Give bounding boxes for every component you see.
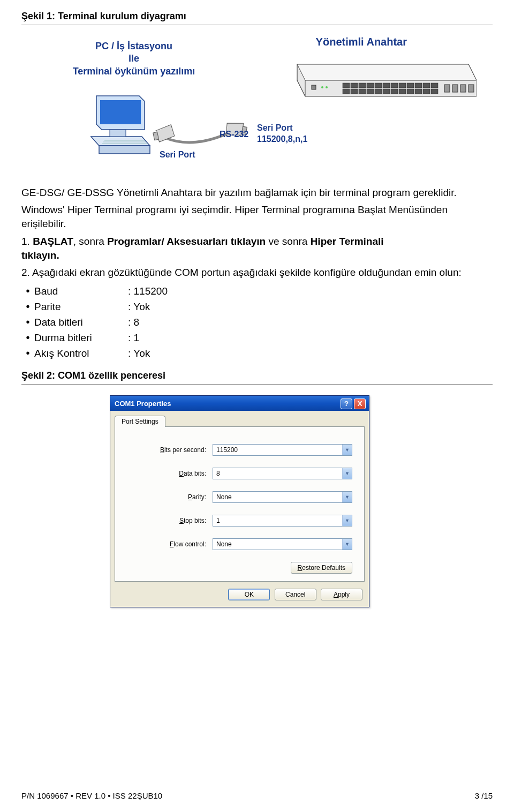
footer-page-number: 3 /15 — [475, 791, 493, 800]
step1-m1: , sonra — [73, 236, 107, 247]
svg-rect-33 — [468, 85, 474, 92]
flow-control-label: Flow control: — [127, 540, 213, 548]
page-footer: P/N 1069667 • REV 1.0 • ISS 22ŞUB10 3 /1… — [21, 791, 493, 800]
bullet-value: : 1 — [128, 332, 139, 344]
flow-control-row: Flow control: None ▼ — [127, 538, 352, 550]
combo-value: None — [213, 540, 342, 548]
bullet-label: Akış Kontrol — [34, 348, 128, 359]
svg-rect-19 — [351, 89, 358, 94]
combo-value: 1 — [213, 517, 342, 524]
bullet-value: : 8 — [128, 317, 139, 328]
svg-rect-14 — [407, 83, 414, 88]
svg-rect-12 — [391, 83, 398, 88]
svg-rect-17 — [431, 83, 438, 88]
dialog-titlebar: COM1 Properties ? X — [110, 396, 369, 411]
svg-marker-37 — [99, 146, 150, 154]
svg-rect-9 — [367, 83, 374, 88]
pc-label-line1: PC / İş İstasyonu — [72, 40, 195, 52]
svg-rect-11 — [383, 83, 390, 88]
chevron-down-icon: ▼ — [342, 539, 352, 550]
figure1-title: Şekil 1: Terminal kurulum diyagramı — [21, 11, 493, 25]
svg-rect-15 — [415, 83, 422, 88]
svg-marker-1 — [297, 64, 477, 80]
bullet-value: : Yok — [128, 301, 150, 313]
bullet-row: •Durma bitleri: 1 — [21, 332, 493, 344]
bullet-label: Parite — [34, 301, 128, 313]
chevron-down-icon: ▼ — [342, 492, 352, 502]
port-settings-panel: Bits per second: 115200 ▼ Data bits: 8 ▼… — [115, 426, 365, 582]
svg-marker-35 — [100, 100, 141, 124]
bullet-row: •Data bitleri: 8 — [21, 316, 493, 328]
bullet-value: : Yok — [128, 348, 150, 359]
svg-rect-24 — [391, 89, 398, 94]
serial-port-right-l2: 115200,8,n,1 — [257, 134, 307, 145]
switch-icon — [289, 56, 477, 102]
bits-per-second-row: Bits per second: 115200 ▼ — [127, 444, 352, 456]
step-2: 2. Aşağıdaki ekran gözüktüğünde COM port… — [21, 266, 493, 280]
close-button[interactable]: X — [354, 399, 366, 409]
svg-rect-3 — [312, 85, 316, 89]
terminal-setup-diagram: PC / İş İstasyonu ile Terminal öykünüm y… — [21, 36, 493, 175]
cancel-button[interactable]: Cancel — [275, 589, 316, 600]
pc-label-line2: ile — [72, 52, 195, 65]
svg-rect-10 — [375, 83, 382, 88]
footer-left: P/N 1069667 • REV 1.0 • ISS 22ŞUB10 — [21, 791, 162, 800]
svg-rect-13 — [399, 83, 406, 88]
tab-strip: Port Settings — [110, 411, 369, 426]
apply-button[interactable]: Apply — [321, 589, 362, 600]
serial-port-right-l1: Seri Port — [257, 123, 307, 134]
bullet-value: : 115200 — [128, 285, 168, 297]
ok-button[interactable]: OK — [228, 589, 270, 600]
combo-value: 8 — [213, 470, 342, 477]
svg-rect-7 — [351, 83, 358, 88]
pc-label-line3: Terminal öykünüm yazılımı — [72, 65, 195, 78]
svg-marker-36 — [91, 137, 150, 146]
stop-bits-row: Stop bits: 1 ▼ — [127, 515, 352, 527]
parity-row: Parity: None ▼ — [127, 491, 352, 503]
svg-rect-16 — [423, 83, 430, 88]
step-1: 1. BAŞLAT, sonra Programlar/ Aksesuarlar… — [21, 235, 493, 262]
svg-point-4 — [321, 86, 323, 88]
svg-rect-30 — [444, 85, 450, 92]
svg-rect-6 — [343, 83, 350, 88]
step1-end: tıklayın. — [21, 250, 59, 261]
svg-rect-18 — [343, 89, 350, 94]
config-bullets: •Baud: 115200 •Parite: Yok •Data bitleri… — [21, 285, 493, 359]
serial-port-left-label: Seri Port — [160, 150, 195, 160]
flow-control-combo[interactable]: None ▼ — [213, 538, 352, 550]
svg-rect-25 — [399, 89, 406, 94]
stop-bits-label: Stop bits: — [127, 517, 213, 524]
bullet-row: •Baud: 115200 — [21, 285, 493, 297]
bullet-row: •Akış Kontrol: Yok — [21, 347, 493, 359]
svg-rect-23 — [383, 89, 390, 94]
data-bits-label: Data bits: — [127, 470, 213, 477]
data-bits-combo[interactable]: 8 ▼ — [213, 468, 352, 479]
intro-paragraph-1: GE-DSG/ GE-DSSG Yönetimli Anahtara bir y… — [21, 186, 493, 200]
help-button[interactable]: ? — [341, 399, 352, 409]
pc-station-label: PC / İş İstasyonu ile Terminal öykünüm y… — [72, 40, 195, 78]
svg-rect-31 — [452, 85, 458, 92]
svg-point-5 — [326, 86, 328, 88]
dialog-button-row: OK Cancel Apply — [110, 586, 369, 607]
svg-rect-27 — [415, 89, 422, 94]
restore-defaults-button[interactable]: Restore Defaults — [291, 562, 352, 574]
rs232-label: RS-232 — [220, 130, 248, 139]
bullet-label: Data bitleri — [34, 317, 128, 328]
svg-rect-21 — [367, 89, 374, 94]
com1-properties-dialog: COM1 Properties ? X Port Settings Bits p… — [110, 395, 369, 607]
step1-m2: ve sonra — [266, 236, 310, 247]
stop-bits-combo[interactable]: 1 ▼ — [213, 515, 352, 527]
step1-num: 1. — [21, 236, 33, 247]
managed-switch-label: Yönetimli Anahtar — [316, 36, 407, 48]
svg-rect-28 — [423, 89, 430, 94]
svg-rect-26 — [407, 89, 414, 94]
port-settings-tab[interactable]: Port Settings — [115, 416, 165, 427]
chevron-down-icon: ▼ — [342, 468, 352, 479]
bits-per-second-label: Bits per second: — [127, 446, 213, 454]
bits-per-second-combo[interactable]: 115200 ▼ — [213, 444, 352, 456]
step1-b1: BAŞLAT — [33, 236, 73, 247]
intro-paragraph-2: Windows' Hiper Terminal programı iyi seç… — [21, 203, 493, 231]
chevron-down-icon: ▼ — [342, 445, 352, 455]
svg-rect-22 — [375, 89, 382, 94]
parity-combo[interactable]: None ▼ — [213, 491, 352, 503]
